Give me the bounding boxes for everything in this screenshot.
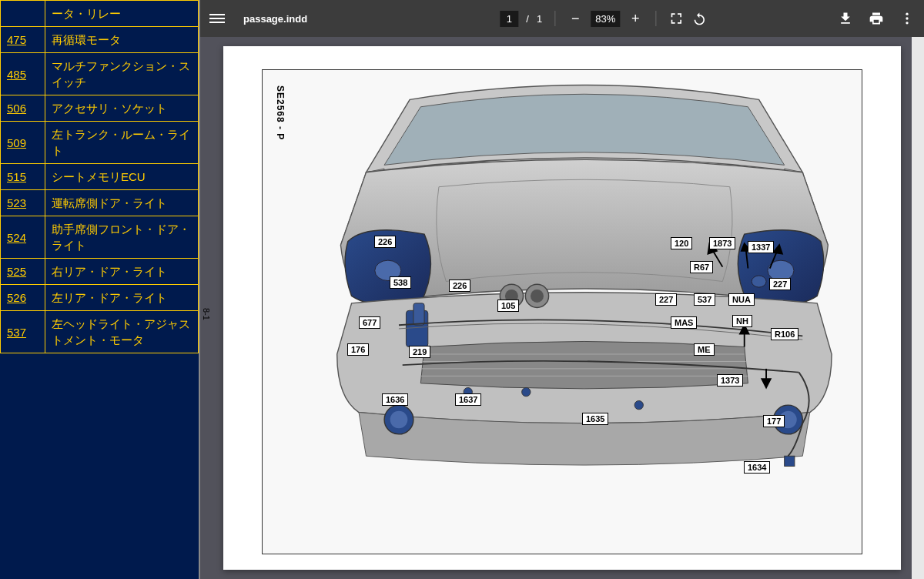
index-description: 運転席側ドア・ライト (45, 190, 199, 216)
menu-icon[interactable] (209, 11, 225, 26)
diagram-label: 1636 (382, 393, 408, 406)
index-row[interactable]: 515シートメモリECU (1, 164, 199, 190)
document-page: 8-1 S1 SE2568 - P (223, 46, 901, 570)
fit-page-icon[interactable] (668, 11, 684, 26)
diagram-label: 1873 (709, 237, 735, 249)
viewer-scrollbar[interactable] (912, 37, 924, 579)
index-code[interactable]: 523 (1, 190, 45, 216)
index-description: アクセサリ・ソケット (45, 95, 199, 122)
page-zoom-controls: / 1 − 83% + (500, 11, 707, 27)
index-row[interactable]: ータ・リレー (1, 1, 199, 27)
diagram-label: 176 (347, 343, 369, 356)
diagram-label: 227 (769, 278, 791, 290)
diagram-label: 120 (671, 237, 692, 249)
index-row[interactable]: 524助手席側フロント・ドア・ライト (1, 216, 199, 259)
svg-point-17 (531, 290, 544, 303)
index-code[interactable]: 524 (1, 216, 45, 259)
index-description: マルチファンクション・スイッチ (45, 53, 199, 95)
index-row[interactable]: 525右リア・ドア・ライト (1, 259, 199, 285)
index-row[interactable]: 509左トランク・ルーム・ライト (1, 122, 199, 164)
index-row[interactable]: 485マルチファンクション・スイッチ (1, 53, 199, 95)
diagram-frame: SE2568 - P (262, 69, 862, 554)
index-description: ータ・リレー (45, 1, 199, 27)
diagram-label: ME (694, 343, 715, 356)
svg-rect-19 (413, 303, 424, 325)
diagram-label: 177 (763, 415, 785, 427)
diagram-label: 226 (374, 236, 396, 248)
download-icon[interactable] (838, 11, 853, 26)
toolbar-right (838, 11, 915, 26)
index-row[interactable]: 506アクセサリ・ソケット (1, 95, 199, 122)
sidebar-index: ータ・リレー475再循環モータ485マルチファンクション・スイッチ506アクセサ… (0, 0, 200, 579)
index-row[interactable]: 526左リア・ドア・ライト (1, 285, 199, 311)
page-total: 1 (537, 13, 542, 25)
diagram-label: NUA (728, 293, 755, 306)
diagram-label: 1373 (717, 374, 743, 387)
diagram-label: R106 (771, 328, 798, 340)
diagram-label: 1637 (455, 393, 481, 406)
page-separator: / (526, 13, 529, 25)
diagram-label: R67 (690, 261, 713, 273)
index-code[interactable]: 525 (1, 259, 45, 285)
index-description: 左リア・ドア・ライト (45, 285, 199, 311)
diagram-label: 537 (694, 293, 715, 306)
viewer-toolbar: passage.indd / 1 − 83% + (200, 0, 924, 37)
svg-point-11 (390, 411, 408, 429)
zoom-in-button[interactable]: + (628, 11, 643, 27)
document-filename: passage.indd (243, 13, 307, 25)
page-number-input[interactable] (500, 11, 518, 27)
svg-point-2 (906, 22, 908, 24)
index-description: 左ヘッドライト・アジャストメント・モータ (45, 311, 199, 353)
index-row[interactable]: 475再循環モータ (1, 27, 199, 53)
print-icon[interactable] (869, 11, 884, 26)
diagram-label: 219 (409, 346, 430, 358)
car-diagram (293, 78, 846, 521)
diagram-label: 226 (449, 279, 470, 292)
index-code[interactable]: 526 (1, 285, 45, 311)
index-description: 助手席側フロント・ドア・ライト (45, 216, 199, 259)
diagram-label: 105 (497, 300, 519, 312)
index-code[interactable]: 506 (1, 95, 45, 122)
index-row[interactable]: 523運転席側ドア・ライト (1, 190, 199, 216)
toolbar-divider (655, 11, 656, 26)
svg-point-5 (752, 276, 766, 287)
index-code[interactable]: 485 (1, 53, 45, 95)
diagram-label: MAS (671, 316, 697, 329)
page-margin-number: 8-1 (202, 308, 211, 320)
more-icon[interactable] (899, 11, 915, 26)
diagram-label: 1635 (582, 413, 608, 425)
svg-point-1 (906, 17, 908, 19)
index-code[interactable]: 475 (1, 27, 45, 53)
diagram-label: 1634 (744, 461, 770, 474)
index-code[interactable] (1, 1, 45, 27)
index-table: ータ・リレー475再循環モータ485マルチファンクション・スイッチ506アクセサ… (0, 0, 199, 353)
index-code[interactable]: 509 (1, 122, 45, 164)
index-description: 右リア・ドア・ライト (45, 259, 199, 285)
diagram-label: NH (732, 315, 752, 327)
index-description: 左トランク・ルーム・ライト (45, 122, 199, 164)
diagram-label: 538 (390, 276, 411, 289)
index-description: シートメモリECU (45, 164, 199, 190)
diagram-label: 227 (655, 293, 677, 306)
diagram-label: 1337 (748, 241, 774, 253)
pdf-viewer: passage.indd / 1 − 83% + 8-1 S1 SE2568 -… (200, 0, 924, 579)
diagram-code: SE2568 - P (275, 85, 286, 140)
zoom-out-button[interactable]: − (567, 11, 583, 27)
index-code[interactable]: 515 (1, 164, 45, 190)
toolbar-divider (554, 11, 555, 26)
index-row[interactable]: 537左ヘッドライト・アジャストメント・モータ (1, 311, 199, 353)
index-code[interactable]: 537 (1, 311, 45, 353)
svg-point-0 (906, 13, 908, 15)
index-description: 再循環モータ (45, 27, 199, 53)
svg-point-21 (522, 387, 531, 396)
diagram-label: 677 (359, 316, 380, 329)
page-area[interactable]: 8-1 S1 SE2568 - P (200, 37, 924, 579)
zoom-level[interactable]: 83% (591, 11, 620, 27)
rotate-icon[interactable] (691, 11, 707, 26)
svg-point-22 (634, 400, 643, 409)
svg-rect-23 (785, 456, 795, 466)
